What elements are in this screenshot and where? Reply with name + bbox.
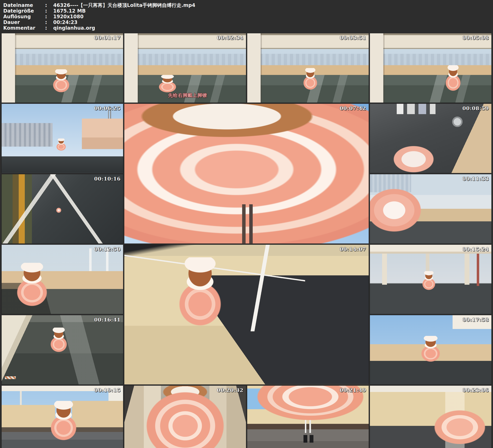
girl-figure bbox=[50, 401, 77, 441]
meta-row-kommentar: Kommentar : qinglanhua.org bbox=[3, 25, 493, 31]
timestamp-overlay: 00:21:49 bbox=[340, 387, 366, 393]
video-thumbnail: 00:01:17 bbox=[2, 33, 123, 102]
meta-row-aufloesung: Auflösung : 1920x1080 bbox=[3, 14, 493, 20]
meta-separator: : bbox=[45, 8, 53, 14]
meta-row-dateigroesse: Dateigröße : 1675.12 MB bbox=[3, 8, 493, 14]
girl-figure bbox=[158, 75, 177, 93]
timestamp-overlay: 00:11:33 bbox=[462, 176, 489, 182]
girl-figure bbox=[56, 138, 66, 151]
timestamp-overlay: 00:10:16 bbox=[94, 176, 121, 182]
video-thumbnail: 00:15:24 bbox=[370, 245, 491, 314]
meta-separator: : bbox=[45, 2, 53, 8]
thumbnail-sheet: 00:01:17 先给右脚戴上脚镣 00:02:34 00:03:51 00:0… bbox=[0, 33, 493, 448]
file-name-value: 46326----【一只苒苒】天台楼顶Lolita手铐脚铐自缚行走.mp4 bbox=[53, 2, 493, 8]
timestamp-overlay: 00:06:25 bbox=[94, 105, 121, 111]
video-thumbnail: 00:23:06 bbox=[370, 386, 491, 448]
meta-label: Dateiname bbox=[3, 2, 45, 8]
meta-label: Auflösung bbox=[3, 14, 45, 20]
timestamp-overlay: 00:19:15 bbox=[94, 387, 121, 393]
meta-separator: : bbox=[45, 14, 53, 20]
comment-value: qinglanhua.org bbox=[53, 25, 493, 31]
video-thumbnail-large: 00:07:42 bbox=[124, 104, 369, 244]
video-thumbnail: 00:21:49 bbox=[247, 386, 369, 448]
video-thumbnail: 00:17:58 bbox=[370, 315, 491, 384]
video-thumbnail: 00:06:25 bbox=[2, 104, 123, 173]
girl-figure bbox=[421, 336, 440, 362]
timestamp-overlay: 00:07:42 bbox=[340, 105, 366, 111]
timestamp-overlay: 00:02:34 bbox=[217, 35, 244, 41]
meta-row-dateiname: Dateiname : 46326----【一只苒苒】天台楼顶Lolita手铐脚… bbox=[3, 2, 493, 8]
timestamp-overlay: 00:20:32 bbox=[217, 387, 244, 393]
video-thumbnail: 00:12:50 bbox=[2, 245, 123, 314]
timestamp-overlay: 00:03:51 bbox=[340, 35, 366, 41]
timestamp-overlay: 00:17:58 bbox=[462, 317, 489, 323]
timestamp-overlay: 00:01:17 bbox=[94, 35, 121, 41]
timestamp-overlay: 00:23:06 bbox=[462, 387, 489, 393]
file-size-value: 1675.12 MB bbox=[53, 8, 493, 14]
meta-label: Dateigröße bbox=[3, 8, 45, 14]
meta-label: Kommentar bbox=[3, 25, 45, 31]
meta-separator: : bbox=[45, 20, 53, 25]
file-info-header: Dateiname : 46326----【一只苒苒】天台楼顶Lolita手铐脚… bbox=[0, 0, 493, 33]
girl-figure bbox=[50, 328, 67, 353]
girl-figure bbox=[16, 263, 48, 307]
girl-figure bbox=[422, 271, 436, 291]
timestamp-overlay: 00:12:50 bbox=[94, 246, 121, 252]
girl-figure bbox=[53, 69, 70, 93]
timestamp-overlay: 00:05:08 bbox=[462, 35, 489, 41]
meta-row-dauer: Dauer : 00:24:23 bbox=[3, 20, 493, 25]
video-thumbnail-large: 00:14:07 bbox=[124, 245, 369, 384]
timestamp-overlay: 00:16:41 bbox=[94, 317, 121, 323]
video-thumbnail: 00:20:32 bbox=[124, 386, 246, 448]
girl-figure bbox=[178, 257, 222, 327]
video-thumbnail: 00:08:59 bbox=[370, 104, 491, 173]
video-thumbnail: 00:16:41 bbox=[2, 315, 123, 384]
burned-in-subtitle: 先给右脚戴上脚镣 bbox=[168, 92, 207, 99]
timestamp-overlay: 00:15:24 bbox=[462, 246, 489, 252]
timestamp-overlay: 00:14:07 bbox=[340, 246, 366, 252]
resolution-value: 1920x1080 bbox=[53, 14, 493, 20]
girl-figure bbox=[303, 68, 318, 90]
thumbnail-grid: 00:01:17 先给右脚戴上脚镣 00:02:34 00:03:51 00:0… bbox=[2, 33, 491, 448]
video-thumbnail: 00:03:51 bbox=[247, 33, 369, 102]
video-thumbnail: 00:19:15 bbox=[2, 386, 123, 448]
timestamp-overlay: 00:08:59 bbox=[462, 105, 489, 111]
girl-figure bbox=[445, 65, 461, 92]
video-thumbnail: 00:10:16 bbox=[2, 174, 123, 244]
video-thumbnail: 00:11:33 bbox=[370, 174, 491, 244]
video-thumbnail: 00:05:08 bbox=[370, 33, 491, 102]
video-thumbnail: 先给右脚戴上脚镣 00:02:34 bbox=[124, 33, 246, 102]
duration-value: 00:24:23 bbox=[53, 20, 493, 25]
meta-separator: : bbox=[45, 25, 53, 31]
meta-label: Dauer bbox=[3, 20, 45, 25]
